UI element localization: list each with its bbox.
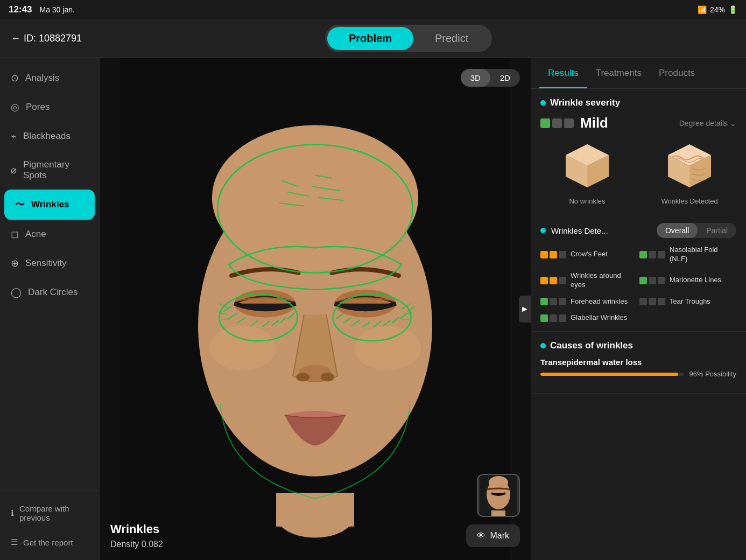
eye-icon: 👁 bbox=[477, 531, 485, 541]
compare-icon: ℹ bbox=[11, 508, 14, 518]
svg-point-10 bbox=[296, 373, 309, 382]
severity-bars bbox=[540, 118, 574, 128]
marionette-bars bbox=[639, 277, 665, 284]
sidebar-item-pores[interactable]: ◎ Pores bbox=[0, 93, 99, 122]
sidebar-item-blackheads[interactable]: ⌁ Blackheads bbox=[0, 122, 99, 151]
tab-problem[interactable]: Problem bbox=[327, 27, 413, 50]
svg-point-6 bbox=[354, 326, 421, 370]
nasolabial-label: Nasolabial Fold (NLF) bbox=[670, 246, 736, 264]
header-tabs: Problem Predict bbox=[325, 25, 492, 52]
header: ← ID: 10882791 Problem Predict bbox=[0, 19, 746, 58]
wrinkles-svg bbox=[657, 139, 722, 193]
sidebar-bottom: ℹ Compare with previous ☰ Get the report bbox=[0, 491, 99, 555]
tab-treatments[interactable]: Treatments bbox=[587, 58, 650, 88]
bar-2 bbox=[550, 277, 557, 284]
wrinkles-icon: 〜 bbox=[15, 198, 25, 211]
collapse-panel-button[interactable]: ► bbox=[519, 296, 531, 323]
bar-3 bbox=[559, 298, 566, 305]
wrinkle-item-marionette: Marionette Lines bbox=[639, 271, 736, 290]
sidebar-item-wrinkles[interactable]: 〜 Wrinkles bbox=[4, 190, 95, 220]
cause-bar-background bbox=[540, 373, 684, 376]
glabellar-bars bbox=[540, 314, 566, 322]
wrinkle-item-tear-troughs: Tear Troughs bbox=[639, 297, 736, 306]
bar-3 bbox=[658, 298, 665, 305]
bar-3 bbox=[658, 277, 665, 284]
no-wrinkles-svg bbox=[555, 139, 620, 193]
cause-bar-row: 96% Possibility bbox=[540, 370, 736, 378]
detected-header: Wrinkles Dete... Overall Partial bbox=[540, 223, 736, 238]
forehead-label: Forehead wrinkles bbox=[571, 297, 628, 306]
around-eyes-bars bbox=[540, 277, 566, 284]
cause-name-transepidermal: Transepidermal water loss bbox=[540, 358, 736, 367]
skin-wrinkles-container: Wrinkles Detected bbox=[657, 139, 722, 205]
severity-bar-1 bbox=[540, 118, 550, 128]
acne-icon: ◻ bbox=[11, 228, 19, 240]
status-icons: 📶 24% 🔋 bbox=[698, 5, 737, 14]
tab-predict[interactable]: Predict bbox=[413, 27, 490, 50]
bar-2 bbox=[649, 298, 656, 305]
bar-3 bbox=[559, 251, 566, 258]
degree-details-button[interactable]: Degree details ⌄ bbox=[679, 119, 736, 128]
status-bar: 12:43 Ma 30 jan. 📶 24% 🔋 bbox=[0, 0, 746, 19]
bar-1 bbox=[540, 314, 548, 322]
compare-button[interactable]: ℹ Compare with previous bbox=[0, 496, 99, 530]
forehead-bars bbox=[540, 298, 566, 305]
svg-point-11 bbox=[321, 373, 334, 382]
toggle-overall[interactable]: Overall bbox=[657, 223, 698, 238]
crows-feet-label: Crow's Feet bbox=[571, 250, 608, 259]
sidebar-item-sensitivity[interactable]: ⊕ Sensitivity bbox=[0, 249, 99, 278]
density-label: Density 0.082 bbox=[110, 540, 163, 549]
face-thumbnail[interactable] bbox=[477, 474, 520, 517]
wrinkle-severity-section: Wrinkle severity Mild Degree details ⌄ bbox=[531, 89, 746, 214]
around-eyes-label: Wrinkles around eyes bbox=[571, 271, 637, 290]
svg-point-5 bbox=[209, 326, 276, 370]
view-3d-button[interactable]: 3D bbox=[461, 69, 490, 87]
svg-point-17 bbox=[489, 476, 508, 489]
thumbnail-face-svg bbox=[480, 474, 517, 517]
detected-title: Wrinkles Dete... bbox=[551, 226, 608, 235]
sidebar-item-analysis[interactable]: ⊙ Analysis bbox=[0, 64, 99, 93]
tab-results[interactable]: Results bbox=[539, 58, 587, 88]
sidebar: ⊙ Analysis ◎ Pores ⌁ Blackheads ⌀ Pigmen… bbox=[0, 58, 100, 560]
bar-2 bbox=[649, 277, 656, 284]
skin-images: No wrinkles bbox=[540, 139, 736, 205]
skin-wrinkles-image bbox=[657, 139, 722, 193]
blackheads-icon: ⌁ bbox=[11, 130, 17, 142]
patient-id: ID: 10882791 bbox=[24, 33, 82, 44]
tab-products[interactable]: Products bbox=[650, 58, 703, 88]
bar-3 bbox=[559, 277, 566, 284]
sidebar-item-dark-circles[interactable]: ◯ Dark Circles bbox=[0, 278, 99, 307]
cause-bar-fill bbox=[540, 373, 678, 376]
causes-section: Causes of wrinkles Transepidermal water … bbox=[531, 332, 746, 394]
get-report-button[interactable]: ☰ Get the report bbox=[0, 530, 99, 555]
bar-2 bbox=[550, 298, 557, 305]
sidebar-item-acne[interactable]: ◻ Acne bbox=[0, 220, 99, 249]
back-button[interactable]: ← ID: 10882791 bbox=[11, 33, 82, 44]
back-arrow-icon: ← bbox=[11, 33, 20, 44]
toggle-partial[interactable]: Partial bbox=[698, 223, 736, 238]
battery-icon: 🔋 bbox=[728, 5, 737, 14]
severity-bar-2 bbox=[552, 118, 562, 128]
cause-transepidermal: Transepidermal water loss 96% Possibilit… bbox=[540, 358, 736, 378]
bar-2 bbox=[550, 251, 557, 258]
severity-level: Mild bbox=[580, 115, 608, 131]
tear-troughs-bars bbox=[639, 298, 665, 305]
right-panel: Results Treatments Products Wrinkle seve… bbox=[531, 58, 746, 560]
bar-1 bbox=[540, 251, 548, 258]
bar-2 bbox=[550, 314, 557, 322]
bar-1 bbox=[540, 298, 548, 305]
chevron-right-icon: ► bbox=[520, 304, 529, 314]
dark-circles-icon: ◯ bbox=[11, 286, 22, 298]
bar-2 bbox=[649, 251, 656, 258]
pigmentary-icon: ⌀ bbox=[11, 164, 17, 176]
wrinkle-item-nasolabial: Nasolabial Fold (NLF) bbox=[639, 246, 736, 264]
status-time: 12:43 bbox=[9, 4, 32, 15]
severity-row: Mild Degree details ⌄ bbox=[540, 115, 736, 131]
sidebar-item-pigmentary[interactable]: ⌀ Pigmentary Spots bbox=[0, 151, 99, 190]
mark-button[interactable]: 👁 Mark bbox=[466, 524, 520, 547]
wrinkles-detected-label: Wrinkles Detected bbox=[661, 197, 717, 205]
view-2d-button[interactable]: 2D bbox=[490, 69, 520, 87]
analysis-icon: ⊙ bbox=[11, 72, 19, 84]
face-svg bbox=[100, 58, 531, 560]
bar-1 bbox=[639, 277, 647, 284]
